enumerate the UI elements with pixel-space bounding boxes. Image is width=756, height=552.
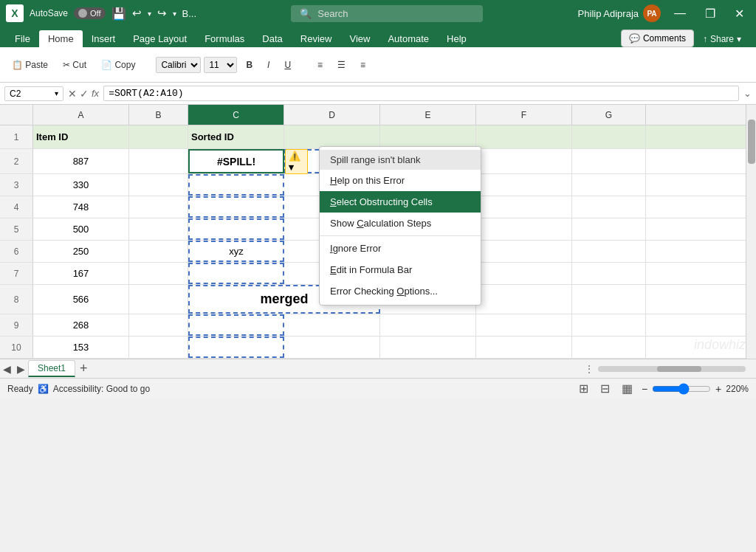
cell-g8[interactable] bbox=[572, 285, 646, 314]
cell-c4[interactable] bbox=[188, 196, 284, 218]
search-input[interactable] bbox=[317, 8, 465, 19]
add-sheet-button[interactable]: + bbox=[75, 361, 92, 376]
formula-input[interactable] bbox=[103, 86, 739, 101]
col-header-a[interactable]: A bbox=[33, 105, 129, 125]
cell-a8[interactable]: 566 bbox=[33, 285, 129, 314]
undo-dropdown-icon[interactable]: ▾ bbox=[148, 10, 151, 18]
minimize-button[interactable]: — bbox=[668, 5, 692, 21]
cell-g10[interactable] bbox=[572, 337, 646, 358]
cell-g3[interactable] bbox=[572, 174, 646, 196]
cell-g2[interactable] bbox=[572, 149, 646, 173]
cell-b1[interactable] bbox=[129, 125, 188, 148]
tab-insert[interactable]: Insert bbox=[83, 30, 125, 47]
function-icon[interactable]: fx bbox=[92, 88, 99, 100]
tab-help[interactable]: Help bbox=[438, 30, 475, 47]
cell-f10[interactable] bbox=[476, 337, 572, 358]
autosave-toggle[interactable]: Off bbox=[74, 7, 105, 19]
cell-c9[interactable] bbox=[188, 314, 284, 336]
cell-g6[interactable] bbox=[572, 241, 646, 262]
cell-c10[interactable] bbox=[188, 337, 284, 358]
col-header-e[interactable]: E bbox=[380, 105, 476, 125]
cell-a7[interactable]: 167 bbox=[33, 263, 129, 284]
col-header-d[interactable]: D bbox=[284, 105, 380, 125]
cell-a9[interactable]: 268 bbox=[33, 314, 129, 336]
tab-page-layout[interactable]: Page Layout bbox=[124, 30, 196, 47]
menu-item-help-error[interactable]: Help on this Error bbox=[320, 170, 481, 191]
sheet-tab-sheet1[interactable]: Sheet1 bbox=[28, 360, 75, 377]
cell-c6[interactable]: xyz bbox=[188, 241, 284, 262]
user-avatar[interactable]: PA bbox=[643, 4, 661, 22]
cell-c7[interactable] bbox=[188, 263, 284, 284]
close-button[interactable]: ✕ bbox=[729, 5, 750, 22]
col-header-c[interactable]: C bbox=[188, 105, 284, 125]
align-right-button[interactable]: ≡ bbox=[354, 57, 371, 73]
sheet-nav-next[interactable]: ▶ bbox=[14, 363, 28, 375]
share-button[interactable]: ↑ Share ▾ bbox=[694, 31, 750, 47]
formula-expand-icon[interactable]: ⌄ bbox=[743, 88, 752, 99]
cell-a5[interactable]: 500 bbox=[33, 218, 129, 240]
cell-b4[interactable] bbox=[129, 196, 188, 218]
cell-f8[interactable] bbox=[476, 285, 572, 314]
cell-c2[interactable]: #SPILL! ⚠️ ▾ bbox=[188, 149, 284, 173]
menu-item-error-options[interactable]: Error Checking Options... bbox=[320, 280, 481, 302]
menu-item-select-obstructing[interactable]: Select Obstructing Cells bbox=[320, 191, 481, 213]
cell-f1[interactable] bbox=[476, 125, 572, 148]
cell-g1[interactable] bbox=[572, 125, 646, 148]
cell-c5[interactable] bbox=[188, 218, 284, 240]
cell-d1[interactable] bbox=[284, 125, 380, 148]
tab-review[interactable]: Review bbox=[292, 30, 341, 47]
cell-d10[interactable] bbox=[284, 337, 380, 358]
tab-automate[interactable]: Automate bbox=[379, 30, 438, 47]
normal-view-button[interactable]: ⊞ bbox=[576, 380, 591, 397]
cut-button[interactable]: ✂ Cut bbox=[57, 57, 92, 73]
scrollbar-thumb[interactable] bbox=[748, 120, 755, 164]
cell-c1[interactable]: Sorted ID bbox=[188, 125, 284, 148]
cell-b3[interactable] bbox=[129, 174, 188, 196]
col-header-f[interactable]: F bbox=[476, 105, 572, 125]
cell-a6[interactable]: 250 bbox=[33, 241, 129, 262]
formula-cancel-icon[interactable]: ✕ bbox=[68, 88, 77, 100]
tab-home[interactable]: Home bbox=[39, 30, 83, 47]
font-selector[interactable]: Calibri bbox=[156, 57, 201, 73]
warning-button[interactable]: ⚠️ ▾ bbox=[285, 149, 308, 174]
cell-a3[interactable]: 330 bbox=[33, 174, 129, 196]
cell-f3[interactable] bbox=[476, 174, 572, 196]
zoom-out-icon[interactable]: − bbox=[642, 383, 647, 395]
search-bar[interactable]: 🔍 bbox=[291, 5, 483, 22]
menu-item-edit-formula[interactable]: Edit in Formula Bar bbox=[320, 259, 481, 280]
cell-a1[interactable]: Item ID bbox=[33, 125, 129, 148]
horizontal-scrollbar[interactable] bbox=[598, 366, 746, 372]
col-header-b[interactable]: B bbox=[129, 105, 188, 125]
cell-f2[interactable] bbox=[476, 149, 572, 173]
formula-confirm-icon[interactable]: ✓ bbox=[80, 88, 89, 100]
zoom-slider[interactable] bbox=[652, 383, 711, 395]
cell-b6[interactable] bbox=[129, 241, 188, 262]
menu-item-show-calc[interactable]: Show Calculation Steps bbox=[320, 213, 481, 234]
underline-button[interactable]: U bbox=[278, 57, 297, 73]
restore-button[interactable]: ❐ bbox=[699, 5, 721, 22]
cell-g4[interactable] bbox=[572, 196, 646, 218]
cell-f9[interactable] bbox=[476, 314, 572, 336]
tab-data[interactable]: Data bbox=[253, 30, 291, 47]
cell-a2[interactable]: 887 bbox=[33, 149, 129, 173]
cell-g9[interactable] bbox=[572, 314, 646, 336]
paste-button[interactable]: 📋 Paste bbox=[6, 57, 54, 73]
cell-reference-box[interactable]: C2 ▾ bbox=[4, 86, 63, 101]
cell-e10[interactable] bbox=[380, 337, 476, 358]
cell-b9[interactable] bbox=[129, 314, 188, 336]
vertical-scrollbar[interactable] bbox=[746, 105, 756, 359]
h-scrollbar-thumb[interactable] bbox=[657, 366, 701, 372]
italic-button[interactable]: I bbox=[261, 57, 275, 73]
cell-f5[interactable] bbox=[476, 218, 572, 240]
cell-d9[interactable] bbox=[284, 314, 380, 336]
cell-e1[interactable] bbox=[380, 125, 476, 148]
cell-e9[interactable] bbox=[380, 314, 476, 336]
cell-a4[interactable]: 748 bbox=[33, 196, 129, 218]
cell-c3[interactable] bbox=[188, 174, 284, 196]
cell-f6[interactable] bbox=[476, 241, 572, 262]
cell-b10[interactable] bbox=[129, 337, 188, 358]
cell-b5[interactable] bbox=[129, 218, 188, 240]
cell-b8[interactable] bbox=[129, 285, 188, 314]
cell-a10[interactable]: 153 bbox=[33, 337, 129, 358]
cell-f4[interactable] bbox=[476, 196, 572, 218]
